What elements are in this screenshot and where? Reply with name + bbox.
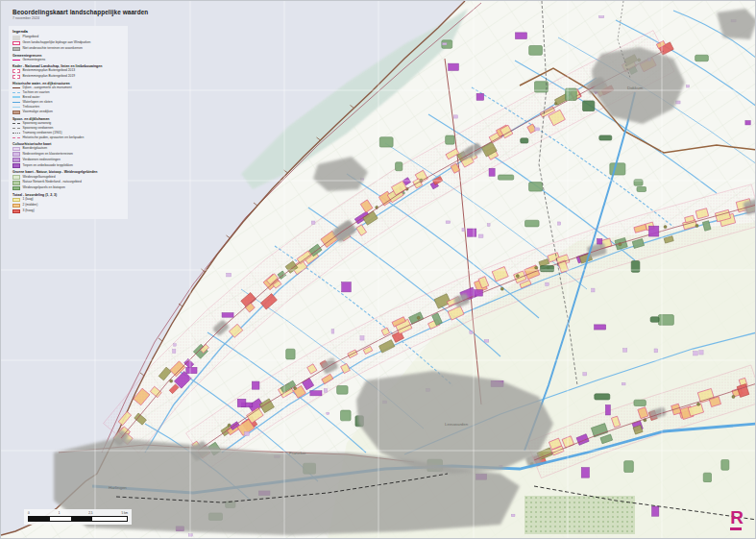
legend-item-label: 3 (hoog) [23,209,35,213]
legend-item: Bestemmingsplan Buitengebied 2013 [12,69,124,74]
scale-label: 0 [28,511,30,515]
scale-segment [29,517,50,521]
legend-item-label: Niet onderzochte terreinen en woonkernen [23,47,83,51]
legend-title: legenda [12,29,124,34]
legend-item-label: 1 (laag) [23,198,34,202]
legend-swatch-s-green2 [12,181,20,185]
legend-item-label: Gemeentegrens [23,59,46,62]
scale-segment [92,517,127,521]
legend-swatch-l-magenta [12,60,20,61]
legend-item-label: Dijken - aangemerkt als monument [23,86,72,90]
legend-item-label: Bestemmingsplan Buitengebied 2013 [23,69,76,73]
legend-swatch-s-purple [12,163,20,168]
legend-item: Weidevogelparels en biotopen [12,186,124,191]
legend-item: Tochten en vaarten [12,91,124,95]
town-label: Harlingen [109,485,127,490]
scale-bar: 012,55 km [24,509,132,525]
legend-item: Breed water [12,96,124,100]
legend-item-label: Tramweg verdwenen (1941) [23,132,62,135]
legend-item-label: Weidevogelparels en biotopen [23,186,65,190]
rho-logo: R [730,509,744,530]
legend-swatch-s-grayfill [12,47,20,52]
legend-swatch-s-dashpink [12,75,20,80]
legend-swatch-l-graydash2 [12,128,20,129]
map-sheet: HarlingenFranekerLeeuwardenDokkum Beoord… [0,0,756,539]
legend-item-label: Natuur Netwerk Nederland - natuurgebied [23,181,82,184]
scale-label: 2,5 [88,511,92,515]
legend-swatch-s-lilac1 [12,147,20,152]
legend-section-header: Groene kaart - Natuur, biotoop - Weidevo… [12,170,124,174]
legend-swatch-s-plangebied [12,36,20,40]
legend-item: Historische paden, opvaarten en kerkpade… [12,136,124,140]
legend-item-label: Historische paden, opvaarten en kerkpade… [23,136,85,140]
scale-label: 5 km [121,511,128,515]
legend-item: Verdwenen nederzettingen [12,158,124,162]
legend-item-label: Bestemmingsplan Buitengebied 2019 [23,75,76,79]
scale-segment [50,517,71,521]
legend-item-label: Terpen en onbebouwde terpplekken [23,164,73,168]
legend-item-label: 2 (midden) [23,204,38,208]
legend-item-label: Verdwenen nederzettingen [23,159,61,162]
legend-swatch-l-bluedash [12,92,20,93]
legend-item: Weidevogelkansgebied [12,175,124,180]
legend-item: Trekvaarten [12,106,124,110]
legend-item-label: Plangebied [23,36,39,39]
legend-item: Waterlopen en sloten [12,101,124,105]
legend-swatch-s-pinkbox [12,41,20,46]
legend-swatch-s-score1 [12,198,20,203]
legend-swatch-s-score2 [12,204,20,208]
scale-label: 1 [59,511,61,515]
legend-swatch-s-green3 [12,186,20,191]
legend-swatch-l-graydash3 [12,133,20,134]
legend-item: Nederzettingen en kloosterterreinen [12,152,124,157]
legend-item-label: Boerderijplaatsen [23,147,48,151]
legend-item-label: Voormalige zeedijken [23,110,53,114]
legend-swatch-s-green1 [12,175,20,180]
legend-item-label: Weidevogelkansgebied [23,176,56,180]
legend-body: PlangebiedGeen landschappelijke bijdrage… [12,36,124,213]
title-block: Beoordelingskaart landschappelijke waard… [12,9,148,20]
legend-item-label: Tochten en vaarten [23,91,50,95]
legend-item-label: Spoorweg aanwezig [23,122,52,126]
legend-item: Niet onderzochte terreinen en woonkernen [12,47,124,52]
legend-swatch-l-blue [12,102,20,103]
legend-item: Geen landschappelijke bijdrage aan Windp… [12,41,124,46]
legend-item: Plangebied [12,36,124,40]
legend-item: Spoorweg verdwenen [12,127,124,131]
legend-item-label: Trekvaarten [23,106,39,110]
town-label: Leeuwarden [445,422,469,427]
legend-item-label: Geen landschappelijke bijdrage aan Windp… [23,41,91,45]
town-label: Franeker [289,451,306,455]
scale-labels: 012,55 km [28,511,128,515]
legend-swatch-l-graydash [12,123,20,124]
legend-swatch-s-lilac3 [12,158,20,162]
page-title: Beoordelingskaart landschappelijke waard… [12,9,148,15]
legend-swatch-l-pinkdash [12,137,20,138]
legend-swatch-s-brownfill [12,110,20,115]
legend-item: Voormalige zeedijken [12,110,124,115]
rho-logo-letter: R [730,509,744,526]
legend-item: Bestemmingsplan Buitengebied 2019 [12,75,124,80]
legend-swatch-s-dashpink [12,69,20,74]
legend-item: Spoorweg aanwezig [12,122,124,126]
legend-swatch-s-lilac2 [12,152,20,157]
legend-item: Boerderijplaatsen [12,147,124,152]
legend-item-label: Nederzettingen en kloosterterreinen [23,153,73,157]
legend-swatch-l-bluethin [12,107,20,108]
legend-item: 3 (hoog) [12,209,124,214]
town-label: Dokkum [627,86,643,90]
legend-item: Dijken - aangemerkt als monument [12,86,124,90]
legend-swatch-l-darkbrown [12,87,20,88]
legend-item: Natuur Netwerk Nederland - natuurgebied [12,181,124,185]
scale-segment [71,517,92,521]
legend-item: Gemeentegrens [12,59,124,62]
scale-segments [28,516,128,522]
legend-item: 2 (midden) [12,204,124,208]
map-date: 7 november 2024 [12,16,148,20]
park-area [524,496,635,534]
legend-swatch-l-bluethick [12,96,20,98]
rho-logo-bar [730,527,742,530]
legend-item-label: Spoorweg verdwenen [23,127,54,131]
legend-item-label: Breed water [23,96,40,100]
legend-swatch-s-score3 [12,209,20,214]
